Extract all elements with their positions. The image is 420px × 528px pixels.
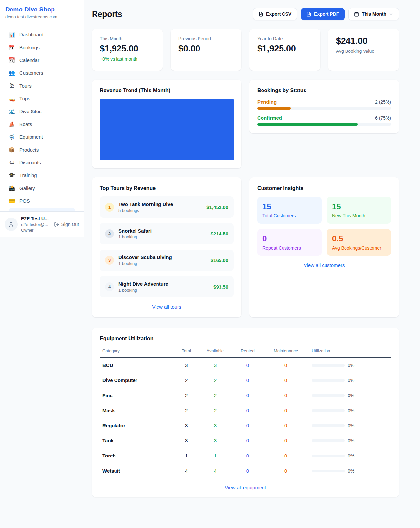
sidebar-item-customers[interactable]: 👥 Customers <box>5 67 78 79</box>
tour-bookings: 1 booking <box>118 288 209 293</box>
user-role: Owner <box>21 228 51 233</box>
cell-utilization: 0% <box>309 373 391 388</box>
customers-icon: 👥 <box>9 70 15 76</box>
chevron-down-icon <box>389 12 393 16</box>
status-label: Confirmed <box>257 115 282 121</box>
sidebar-item-equipment[interactable]: 🤿 Equipment <box>5 131 78 143</box>
sidebar-item-gallery[interactable]: 📸 Gallery <box>5 182 78 194</box>
cell-maintenance: 0 <box>262 373 309 388</box>
view-all-customers-link[interactable]: View all customers <box>257 262 391 268</box>
table-row: Fins 2 2 0 0 0% <box>100 388 391 403</box>
main-content: Reports Export CSV Export PDF This Month… <box>84 0 420 510</box>
stat-label: Year to Date <box>257 36 312 41</box>
tour-amount: $214.50 <box>211 231 228 236</box>
tour-bookings: 1 booking <box>118 234 206 239</box>
cell-available: 3 <box>198 418 233 433</box>
sidebar-item-discounts[interactable]: 🏷 Discounts <box>5 156 78 169</box>
stats-grid: This Month $1,925.00 +0% vs last month P… <box>92 29 399 71</box>
sidebar-item-trips[interactable]: 🚤 Trips <box>5 92 78 105</box>
cell-category: BCD <box>100 358 175 373</box>
cell-utilization: 0% <box>309 388 391 403</box>
speedboat-icon: 🚤 <box>9 95 15 102</box>
cell-available: 2 <box>198 373 233 388</box>
status-count: 6 (75%) <box>375 115 391 121</box>
graduation-cap-icon: 🎓 <box>9 172 15 178</box>
cell-category: Dive Computer <box>100 373 175 388</box>
stat-card-year-to-date: Year to Date $1,925.00 <box>249 29 320 71</box>
sidebar-item-dashboard[interactable]: 📊 Dashboard <box>5 28 78 41</box>
stat-delta: +0% vs last month <box>100 56 155 62</box>
customer-insights-card: Customer Insights 15 Total Customers 15 … <box>249 177 399 317</box>
sidebar-header: Demo Dive Shop demo.test.divestreams.com <box>0 0 84 24</box>
cell-available: 3 <box>198 358 233 373</box>
col-category: Category <box>100 346 175 358</box>
user-meta: E2E Test U... e2e-tester@... Owner <box>21 216 51 233</box>
view-all-equipment-link[interactable]: View all equipment <box>100 485 391 490</box>
stat-card-avg-booking-value: $241.00 Avg Booking Value <box>328 29 399 71</box>
table-row: Dive Computer 2 2 0 0 0% <box>100 373 391 388</box>
sidebar-item-dive-sites[interactable]: 🌊 Dive Sites <box>5 105 78 118</box>
cell-rented: 0 <box>233 358 262 373</box>
sidebar-item-reports-partial[interactable] <box>9 208 75 211</box>
cell-total: 2 <box>175 403 198 418</box>
cell-utilization: 0% <box>309 358 391 373</box>
utilization-bar-track <box>312 424 345 427</box>
sidebar-item-bookings[interactable]: 📅 Bookings <box>5 41 78 54</box>
cell-utilization: 0% <box>309 403 391 418</box>
equipment-utilization-title: Equipment Utilization <box>100 336 391 342</box>
tag-icon: 🏷 <box>9 159 15 166</box>
sidebar-item-label: Boats <box>19 121 32 127</box>
status-bar-track <box>257 123 391 126</box>
rank-badge: 2 <box>105 229 114 238</box>
tour-row: 4 Night Dive Adventure 1 booking $93.50 <box>100 276 234 297</box>
sidebar-item-tours[interactable]: 🏝 Tours <box>5 79 78 92</box>
person-icon <box>8 221 14 227</box>
sign-out-button[interactable]: Sign Out <box>54 222 79 227</box>
col-total: Total <box>175 346 198 358</box>
sign-out-label: Sign Out <box>61 222 79 227</box>
insight-tile-new-this-month: 15 New This Month <box>327 197 391 224</box>
stat-label: This Month <box>100 36 155 41</box>
insight-label: Avg Bookings/Customer <box>332 245 386 251</box>
table-row: Tank 3 3 0 0 0% <box>100 433 391 448</box>
dive-mask-icon: 🤿 <box>9 134 15 140</box>
sidebar-item-boats[interactable]: ⛵ Boats <box>5 118 78 131</box>
stat-value: $241.00 <box>336 36 391 46</box>
insight-value: 15 <box>332 202 386 211</box>
status-row-confirmed: Confirmed 6 (75%) <box>257 115 391 126</box>
table-row: Torch 1 1 0 0 0% <box>100 448 391 463</box>
stat-value: $0.00 <box>178 44 234 54</box>
status-bar-fill <box>257 123 358 126</box>
sidebar-item-label: Training <box>19 173 37 178</box>
file-export-icon <box>306 12 311 17</box>
camera-icon: 📸 <box>9 185 15 191</box>
table-row: Mask 2 2 0 0 0% <box>100 403 391 418</box>
view-all-tours-link[interactable]: View all tours <box>100 304 234 310</box>
cell-rented: 0 <box>233 448 262 463</box>
export-pdf-button[interactable]: Export PDF <box>301 8 345 20</box>
sidebar-item-calendar[interactable]: 📆 Calendar <box>5 54 78 67</box>
tour-amount: $93.50 <box>213 284 228 290</box>
stat-card-previous-period: Previous Period $0.00 <box>171 29 242 71</box>
table-row: BCD 3 3 0 0 0% <box>100 358 391 373</box>
cell-utilization: 0% <box>309 463 391 478</box>
sidebar-item-label: Customers <box>19 70 43 76</box>
utilization-pct: 0% <box>348 438 354 443</box>
sidebar-item-pos[interactable]: 💳 POS <box>5 194 78 207</box>
insight-label: Repeat Customers <box>262 245 316 251</box>
cell-available: 2 <box>198 403 233 418</box>
sidebar-item-products[interactable]: 📦 Products <box>5 143 78 156</box>
export-csv-button[interactable]: Export CSV <box>253 8 297 20</box>
cell-utilization: 0% <box>309 433 391 448</box>
bookings-by-status-title: Bookings by Status <box>257 88 391 93</box>
utilization-bar-track <box>312 379 345 382</box>
table-row: Regulator 3 3 0 0 0% <box>100 418 391 433</box>
cell-total: 2 <box>175 388 198 403</box>
sidebar-item-training[interactable]: 🎓 Training <box>5 169 78 182</box>
insight-tile-total-customers: 15 Total Customers <box>257 197 322 224</box>
rank-badge: 4 <box>105 282 114 291</box>
period-dropdown[interactable]: This Month <box>348 8 399 20</box>
utilization-pct: 0% <box>348 408 354 413</box>
utilization-pct: 0% <box>348 453 354 458</box>
cell-maintenance: 0 <box>262 403 309 418</box>
